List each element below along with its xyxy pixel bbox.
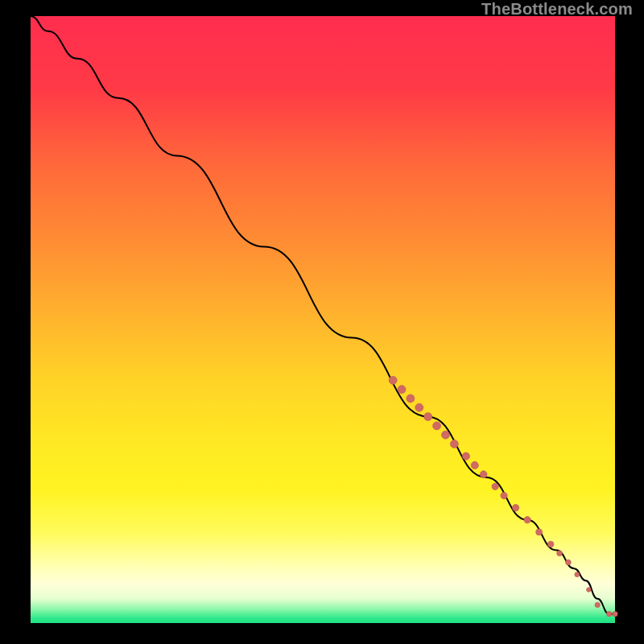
curve-marker bbox=[557, 551, 563, 556]
curve-marker bbox=[462, 452, 469, 460]
curve-marker bbox=[536, 529, 543, 535]
curve-marker bbox=[407, 394, 415, 402]
curve-marker bbox=[471, 461, 478, 469]
curve-marker bbox=[613, 611, 617, 616]
curve-marker bbox=[492, 483, 498, 489]
curve-marker bbox=[595, 602, 600, 607]
curve-marker bbox=[389, 376, 397, 384]
chart-root: TheBottleneck.com bbox=[0, 0, 644, 644]
curve-marker bbox=[433, 422, 441, 430]
curve-marker bbox=[512, 505, 518, 511]
curve-marker bbox=[587, 588, 592, 592]
watermark-text: TheBottleneck.com bbox=[481, 0, 633, 19]
curve-marker bbox=[524, 517, 530, 523]
curve-marker bbox=[415, 403, 423, 411]
curve-marker bbox=[575, 572, 580, 577]
curve-marker bbox=[501, 492, 507, 498]
curve-marker bbox=[424, 413, 432, 421]
curve-marker bbox=[441, 431, 449, 439]
chart-canvas bbox=[0, 0, 644, 644]
curve-marker bbox=[566, 559, 572, 565]
curve-marker bbox=[450, 440, 458, 448]
curve-marker bbox=[607, 611, 612, 616]
curve-marker bbox=[547, 541, 554, 547]
curve-marker bbox=[480, 471, 487, 478]
curve-marker bbox=[398, 386, 406, 394]
